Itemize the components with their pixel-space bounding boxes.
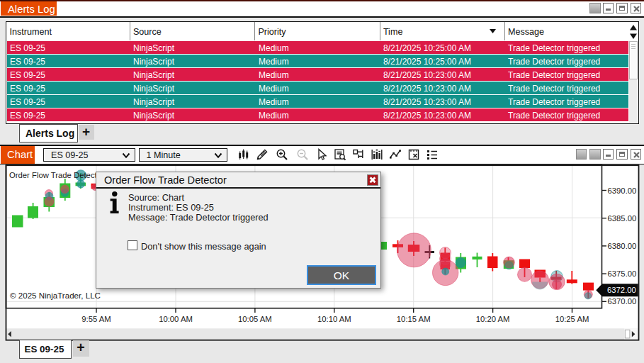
svg-text:10:20 AM: 10:20 AM [476,315,510,323]
svg-text:10:25 AM: 10:25 AM [555,315,589,323]
svg-text:© 2025 NinjaTrader, LLC: © 2025 NinjaTrader, LLC [10,291,101,300]
svg-text:6370.00: 6370.00 [608,297,637,306]
svg-text:6390.00: 6390.00 [608,186,637,195]
svg-text:6372.00: 6372.00 [607,286,636,294]
svg-text:10:05 AM: 10:05 AM [238,315,272,323]
svg-text:6380.00: 6380.00 [608,242,637,250]
svg-text:9:55 AM: 9:55 AM [81,315,111,323]
svg-text:10:15 AM: 10:15 AM [397,315,431,323]
svg-text:10:00 AM: 10:00 AM [159,315,193,323]
svg-text:Order Flow Trade Detector: Order Flow Trade Detector [9,171,104,179]
svg-text:6385.00: 6385.00 [608,214,637,223]
svg-text:6375.00: 6375.00 [608,269,637,278]
svg-text:10:10 AM: 10:10 AM [317,315,351,323]
